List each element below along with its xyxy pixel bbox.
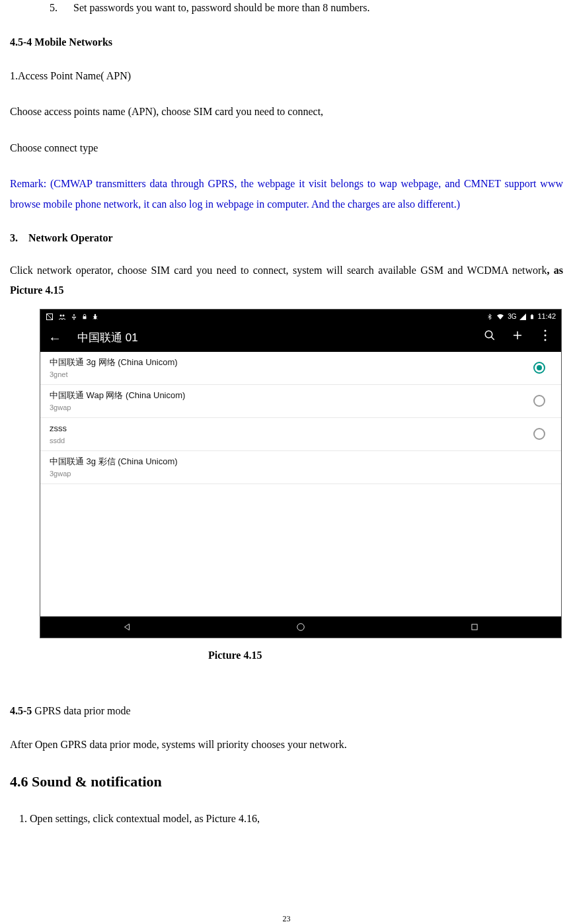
svg-point-4 bbox=[94, 315, 96, 319]
svg-rect-13 bbox=[472, 624, 477, 630]
list-text: Network Operator bbox=[28, 232, 113, 243]
apn-list-item[interactable]: 中国联通 3g 彩信 (China Unicom)3gwap bbox=[40, 451, 561, 484]
appbar-title: 中国联通 01 bbox=[77, 329, 470, 347]
wifi-icon bbox=[496, 313, 505, 321]
overflow-menu-icon[interactable] bbox=[537, 329, 553, 347]
svg-point-9 bbox=[545, 330, 547, 332]
statusbar-left-icons bbox=[46, 313, 98, 321]
svg-rect-6 bbox=[531, 315, 533, 319]
apn-item-subtitle: ssdd bbox=[50, 435, 533, 446]
svg-rect-3 bbox=[83, 316, 87, 319]
search-icon[interactable] bbox=[482, 329, 498, 347]
people-icon bbox=[57, 313, 67, 321]
radio-button[interactable] bbox=[533, 362, 545, 374]
lock-icon bbox=[81, 313, 88, 321]
network-operator-para: Click network operator, choose SIM card … bbox=[10, 261, 563, 301]
svg-rect-7 bbox=[531, 314, 533, 315]
list-item-3: 3. Network Operator bbox=[10, 230, 563, 246]
choose-apn-text: Choose access points name (APN), choose … bbox=[10, 102, 563, 122]
apn-list-item[interactable]: 中国联通 3g 网络 (China Unicom)3gnet bbox=[40, 352, 561, 385]
heading-4-6: 4.6 Sound & notification bbox=[10, 771, 563, 792]
notification-icon bbox=[46, 313, 54, 321]
svg-point-11 bbox=[545, 339, 547, 341]
debug-icon bbox=[92, 313, 98, 321]
list-marker: 3. bbox=[10, 232, 18, 243]
nav-recents-icon[interactable] bbox=[469, 621, 480, 633]
apn-list-item[interactable]: zsssssdd bbox=[40, 418, 561, 451]
bluetooth-icon bbox=[486, 313, 493, 321]
back-icon[interactable]: ← bbox=[48, 328, 61, 348]
embedded-screenshot: 3G 11:42 ← 中国联通 01 中国联通 3g 网络 (China Uni… bbox=[40, 309, 562, 638]
svg-point-1 bbox=[60, 314, 62, 316]
apn-heading-line: 1.Access Point Name( APN) bbox=[10, 66, 563, 86]
apn-item-title: zsss bbox=[50, 422, 533, 435]
usb-icon bbox=[71, 313, 77, 321]
svg-point-10 bbox=[545, 335, 547, 337]
svg-point-2 bbox=[63, 314, 65, 316]
sound-para: 1. Open settings, click contextual model… bbox=[19, 811, 563, 827]
list-marker: 5. bbox=[50, 2, 57, 13]
apn-list-item[interactable]: 中国联通 Wap 网络 (China Unicom)3gwap bbox=[40, 385, 561, 418]
list-item-5: 5. Set passwords you want to, password s… bbox=[50, 0, 563, 16]
heading-4-5-5: 4.5-5 GPRS data prior mode bbox=[10, 703, 563, 719]
apn-item-subtitle: 3gwap bbox=[50, 402, 533, 413]
remark-text: Remark: (CMWAP transmitters data through… bbox=[10, 174, 563, 214]
heading-text: GPRS data prior mode bbox=[32, 705, 130, 716]
gprs-para: After Open GPRS data prior mode, systems… bbox=[10, 735, 563, 755]
radio-button[interactable] bbox=[533, 428, 545, 440]
apn-list: 中国联通 3g 网络 (China Unicom)3gnet中国联通 Wap 网… bbox=[40, 352, 561, 484]
choose-connect-text: Choose connect type bbox=[10, 138, 563, 158]
apn-item-subtitle: 3gnet bbox=[50, 369, 533, 380]
add-icon[interactable] bbox=[510, 329, 525, 347]
svg-point-5 bbox=[95, 314, 96, 316]
nav-home-icon[interactable] bbox=[295, 621, 307, 633]
clock-label: 11:42 bbox=[537, 311, 556, 322]
apn-item-title: 中国联通 3g 彩信 (China Unicom) bbox=[50, 455, 553, 468]
radio-button[interactable] bbox=[533, 395, 545, 407]
network-label: 3G bbox=[508, 312, 516, 321]
picture-caption: Picture 4.15 bbox=[208, 648, 563, 663]
heading-4-5-4: 4.5-4 Mobile Networks bbox=[10, 34, 563, 50]
apn-item-subtitle: 3gwap bbox=[50, 468, 553, 480]
android-statusbar: 3G 11:42 bbox=[40, 310, 561, 324]
heading-number: 4.5-5 bbox=[10, 705, 32, 716]
apn-item-title: 中国联通 3g 网络 (China Unicom) bbox=[50, 356, 533, 369]
svg-point-12 bbox=[297, 623, 305, 630]
signal-icon bbox=[519, 313, 527, 321]
statusbar-right-icons: 3G 11:42 bbox=[486, 311, 556, 322]
network-operator-text: Click network operator, choose SIM card … bbox=[10, 265, 547, 276]
apn-item-title: 中国联通 Wap 网络 (China Unicom) bbox=[50, 389, 533, 402]
nav-back-icon[interactable] bbox=[121, 621, 133, 633]
svg-point-8 bbox=[485, 331, 492, 338]
list-text: Set passwords you want to, password shou… bbox=[73, 2, 369, 13]
android-navbar bbox=[40, 616, 561, 638]
battery-icon bbox=[529, 313, 535, 321]
empty-space bbox=[40, 484, 561, 616]
android-appbar: ← 中国联通 01 bbox=[40, 324, 561, 352]
page-number: 23 bbox=[10, 913, 563, 924]
